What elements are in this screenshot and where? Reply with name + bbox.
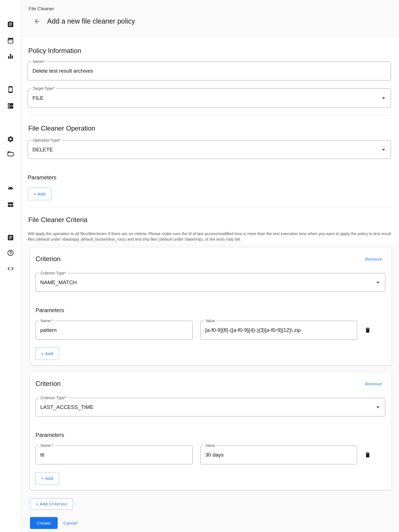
parameter-name-value: ttl xyxy=(36,452,44,458)
parameter-value-label: Value xyxy=(204,443,217,448)
add-criterion-button[interactable]: + Add Criterion xyxy=(30,498,73,510)
back-button[interactable] xyxy=(33,17,41,25)
policy-name-label: Name* xyxy=(31,59,46,64)
criteria-description: Will apply the operation to all files/di… xyxy=(28,231,391,242)
parameter-name-label: Name * xyxy=(39,319,55,323)
android-icon[interactable] xyxy=(7,184,14,192)
criterion-type-select[interactable]: Criterion Type* LAST_ACCESS_TIME xyxy=(35,398,385,416)
parameter-value-field[interactable]: Value 30 days xyxy=(200,446,357,464)
bar-chart-icon[interactable] xyxy=(7,52,14,60)
criterion-type-value: LAST_ACCESS_TIME xyxy=(36,404,93,410)
settings-icon[interactable] xyxy=(7,135,14,143)
remove-criterion-button[interactable]: Remove xyxy=(362,379,385,388)
parameter-value-value: 30 days xyxy=(201,452,224,458)
chevron-down-icon xyxy=(376,406,380,408)
operation-parameters-heading: Parameters xyxy=(28,174,391,181)
folder-icon[interactable] xyxy=(7,150,14,158)
section-divider xyxy=(28,207,391,207)
criteria-heading: File Cleaner Criteria xyxy=(28,215,391,224)
add-parameter-button[interactable]: + Add xyxy=(35,472,59,485)
criterion-type-select[interactable]: Criterion Type* NAME_MATCH xyxy=(35,273,385,292)
policy-name-field[interactable]: Name* Delete test result archives xyxy=(28,62,391,80)
smartphone-icon[interactable] xyxy=(7,86,14,93)
dns-icon[interactable] xyxy=(7,102,14,110)
cancel-button[interactable]: Cancel xyxy=(60,517,81,529)
form-panel: Policy Information Name* Delete test res… xyxy=(23,36,399,243)
delete-parameter-button[interactable] xyxy=(364,451,371,459)
operation-type-select[interactable]: Operation Type* DELETE xyxy=(28,140,391,159)
policy-information-heading: Policy Information xyxy=(28,46,391,55)
chevron-down-icon xyxy=(382,97,385,99)
target-type-value: FILE xyxy=(28,95,44,101)
parameter-value-field[interactable]: Value [a-f0-9]{8}-([a-f0-9]{4}-){3}[a-f0… xyxy=(200,321,357,340)
section-divider xyxy=(28,115,391,115)
assignment-icon[interactable] xyxy=(7,21,14,28)
help-icon[interactable] xyxy=(7,249,14,257)
trash-icon xyxy=(364,452,371,458)
page-header: File Cleaner Add a new file cleaner poli… xyxy=(21,0,399,36)
sidebar xyxy=(0,0,21,532)
code-icon[interactable] xyxy=(7,265,14,273)
parameter-value-value: [a-f0-9]{8}-([a-f0-9]{4}-){3}[a-f0-9]{12… xyxy=(201,327,301,333)
remove-criterion-button[interactable]: Remove xyxy=(362,254,385,263)
storage-activity-icon[interactable] xyxy=(7,201,14,208)
criterion-heading: Criterion xyxy=(35,254,61,263)
chevron-down-icon xyxy=(376,282,380,284)
operation-type-value: DELETE xyxy=(28,147,53,153)
parameter-name-field[interactable]: Name * ttl xyxy=(35,446,193,464)
criterion-card: Criterion Remove Criterion Type* LAST_AC… xyxy=(30,372,392,490)
add-parameter-button[interactable]: + Add xyxy=(28,188,51,200)
criterion-parameters-heading: Parameters xyxy=(35,431,385,439)
main-content: File Cleaner Add a new file cleaner poli… xyxy=(21,0,399,532)
operation-heading: File Cleaner Operation xyxy=(28,124,391,133)
criteria-region: Criterion Remove Criterion Type* NAME_MA… xyxy=(21,243,399,532)
trash-icon xyxy=(364,327,371,334)
chevron-down-icon xyxy=(382,149,385,151)
parameter-name-label: Name * xyxy=(39,443,55,448)
target-type-label: Target Type* xyxy=(31,86,56,91)
arrow-back-icon xyxy=(34,18,41,25)
criterion-type-value: NAME_MATCH xyxy=(36,279,77,286)
target-type-select[interactable]: Target Type* FILE xyxy=(28,88,391,108)
criterion-type-label: Criterion Type* xyxy=(39,396,67,400)
page-title: Add a new file cleaner policy xyxy=(47,17,135,25)
form-actions: Create Cancel xyxy=(30,517,399,529)
criterion-heading: Criterion xyxy=(35,379,61,388)
app-title: File Cleaner xyxy=(29,6,54,12)
calendar-icon[interactable] xyxy=(7,37,14,44)
article-icon[interactable] xyxy=(7,234,14,241)
criterion-type-label: Criterion Type* xyxy=(39,271,67,276)
create-button[interactable]: Create xyxy=(30,517,58,529)
parameter-value-label: Value xyxy=(204,319,217,323)
operation-type-label: Operation Type* xyxy=(31,138,62,143)
parameter-name-field[interactable]: Name * pattern xyxy=(35,321,193,340)
policy-name-value: Delete test result archives xyxy=(28,68,93,74)
delete-parameter-button[interactable] xyxy=(364,327,371,334)
criterion-parameters-heading: Parameters xyxy=(35,306,385,314)
add-parameter-button[interactable]: + Add xyxy=(35,347,59,360)
criterion-card: Criterion Remove Criterion Type* NAME_MA… xyxy=(30,248,392,365)
parameter-name-value: pattern xyxy=(36,327,57,333)
